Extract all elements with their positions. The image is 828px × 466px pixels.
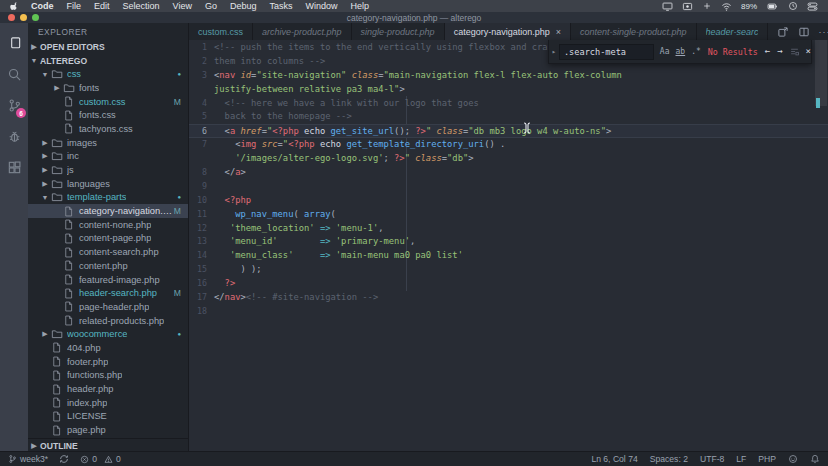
tree-item-related-products-php[interactable]: related-products.php: [28, 314, 188, 328]
close-find-button[interactable]: ×: [806, 47, 811, 56]
activity-search-icon[interactable]: [0, 59, 28, 90]
code-line-14[interactable]: 14 'menu_class' => 'main-menu ma0 pa0 li…: [189, 249, 828, 263]
find-in-selection-button[interactable]: [790, 47, 799, 56]
git-branch-item[interactable]: week3*: [8, 454, 48, 464]
code-line-9[interactable]: 9: [189, 180, 828, 194]
activity-debug-icon[interactable]: [0, 121, 28, 152]
smiley-icon[interactable]: [788, 454, 798, 464]
status-utf-8[interactable]: UTF-8: [700, 454, 724, 464]
tree-item-functions-php[interactable]: functions.php: [28, 369, 188, 383]
code-line-6[interactable]: 6 <a href="<?php echo get_site_url(); ?>…: [189, 124, 828, 138]
root-folder-section[interactable]: ▼ ALTEREGO: [28, 54, 188, 68]
tree-item-index-php[interactable]: index.php: [28, 396, 188, 410]
tree-item-license[interactable]: LICENSE: [28, 410, 188, 424]
tree-item-page-php[interactable]: page.php: [28, 423, 188, 437]
tree-item-header-php[interactable]: header.php: [28, 382, 188, 396]
tree-item-footer-php[interactable]: footer.php: [28, 355, 188, 369]
find-input[interactable]: .search-meta: [559, 44, 654, 60]
outline-section[interactable]: ▶ OUTLINE: [28, 438, 188, 452]
tree-item-inc[interactable]: ▶inc: [28, 150, 188, 164]
display-icon[interactable]: [662, 1, 673, 12]
status-php[interactable]: PHP: [758, 454, 776, 464]
tab-content-single-product-php[interactable]: content-single-product.php: [571, 23, 697, 40]
tree-item-404-php[interactable]: 404.php: [28, 341, 188, 355]
code-line-12[interactable]: 12 'theme_location' => 'menu-1',: [189, 222, 828, 236]
menu-item-view[interactable]: View: [173, 1, 192, 11]
tree-item-header-search-php[interactable]: header-search.phpM: [28, 286, 188, 300]
wifi-icon[interactable]: [721, 1, 732, 12]
more-actions-icon[interactable]: ···: [819, 27, 828, 37]
tree-item-content-php[interactable]: content.php: [28, 259, 188, 273]
status-lf[interactable]: LF: [736, 454, 746, 464]
menu-item-edit[interactable]: Edit: [94, 1, 110, 11]
open-changes-icon[interactable]: [777, 26, 789, 38]
code-line-10[interactable]: 10 <?php: [189, 194, 828, 208]
activity-extensions-icon[interactable]: [0, 152, 28, 183]
tab-custom-css[interactable]: custom.css: [189, 23, 253, 40]
code-line-11[interactable]: 11 wp_nav_menu( array(: [189, 208, 828, 222]
tree-item-fonts[interactable]: ▶fonts: [28, 81, 188, 95]
tree-item-page-header-php[interactable]: page-header.php: [28, 300, 188, 314]
menu-item-selection[interactable]: Selection: [123, 1, 160, 11]
sync-changes-item[interactable]: [59, 454, 69, 464]
menu-item-help[interactable]: Help: [351, 1, 370, 11]
code-line-wrap[interactable]: '/images/alter-ego-logo.svg'; ?>" class=…: [189, 152, 828, 166]
clock-icon[interactable]: [788, 1, 798, 11]
code-line-17[interactable]: 17</nav><!-- #site-navigation -->: [189, 291, 828, 305]
zoom-window-button[interactable]: [32, 14, 39, 21]
tree-item-languages[interactable]: ▶languages: [28, 177, 188, 191]
close-tab-icon[interactable]: ×: [556, 27, 561, 37]
code-line-7[interactable]: 7 <img src="<?php echo get_template_dire…: [189, 138, 828, 152]
previous-match-button[interactable]: ←: [765, 47, 770, 56]
match-case-toggle[interactable]: Aa: [660, 47, 670, 56]
code-line-wrap[interactable]: justify-between relative pa3 ma4-l">: [189, 83, 828, 97]
screen-mirroring-icon[interactable]: [682, 1, 693, 12]
tree-item-images[interactable]: ▶images: [28, 136, 188, 150]
tree-item-content-page-php[interactable]: content-page.php: [28, 232, 188, 246]
menu-item-code[interactable]: Code: [31, 1, 54, 11]
tree-item-custom-css[interactable]: custom.cssM: [28, 95, 188, 109]
code-line-3[interactable]: 3<nav id="site-navigation" class="main-n…: [189, 69, 828, 83]
split-editor-icon[interactable]: [798, 26, 810, 38]
tree-item-js[interactable]: ▶js: [28, 163, 188, 177]
menu-item-debug[interactable]: Debug: [230, 1, 257, 11]
battery-icon[interactable]: [766, 1, 779, 12]
code-line-16[interactable]: 16 ?>: [189, 277, 828, 291]
tree-item-content-none-php[interactable]: content-none.php: [28, 218, 188, 232]
tab-header-search-php[interactable]: header-search.php: [697, 23, 768, 40]
minimize-window-button[interactable]: [20, 14, 27, 21]
code-line-4[interactable]: 4 <!-- here we have a link with our logo…: [189, 97, 828, 111]
problems-item[interactable]: 0 0: [80, 454, 121, 464]
tree-item-content-search-php[interactable]: content-search.php: [28, 245, 188, 259]
control-center-icon[interactable]: [807, 1, 818, 12]
close-window-button[interactable]: [8, 14, 15, 21]
tab-archive-product-php[interactable]: archive-product.php: [253, 23, 352, 40]
tree-item-woocommerce[interactable]: ▶woocommerce●: [28, 327, 188, 341]
menu-item-window[interactable]: Window: [305, 1, 337, 11]
code-line-18[interactable]: 18: [189, 305, 828, 319]
status-ln-6-col-74[interactable]: Ln 6, Col 74: [591, 454, 637, 464]
apple-menu-icon[interactable]: [10, 1, 19, 11]
tree-item-featured-image-php[interactable]: featured-image.php: [28, 273, 188, 287]
regex-toggle[interactable]: .*: [691, 47, 701, 56]
tree-item-tachyons-css[interactable]: tachyons.css: [28, 122, 188, 136]
activity-source-control-icon[interactable]: 6: [0, 90, 28, 121]
plus-icon[interactable]: [702, 1, 712, 11]
editor-scrollbar[interactable]: [815, 40, 827, 106]
menu-item-go[interactable]: Go: [205, 1, 217, 11]
code-line-15[interactable]: 15 ) );: [189, 263, 828, 277]
code-line-5[interactable]: 5 back to the homepage -->: [189, 110, 828, 124]
bell-icon[interactable]: [810, 454, 820, 464]
toggle-replace-chevron[interactable]: ▸: [549, 40, 559, 63]
menu-item-tasks[interactable]: Tasks: [269, 1, 292, 11]
next-match-button[interactable]: →: [777, 47, 782, 56]
tab-category-navigation-php[interactable]: category-navigation.php×: [445, 23, 571, 40]
tree-item-css[interactable]: ▼css●: [28, 67, 188, 81]
tab-single-product-php[interactable]: single-product.php: [352, 23, 445, 40]
whole-word-toggle[interactable]: ab: [676, 47, 686, 56]
code-editor[interactable]: 1<!-- push the items to the end vertical…: [189, 40, 828, 452]
code-line-13[interactable]: 13 'menu_id' => 'primary-menu',: [189, 235, 828, 249]
tree-item-template-parts[interactable]: ▼template-parts●: [28, 191, 188, 205]
menu-item-file[interactable]: File: [67, 1, 82, 11]
tree-item-category-navigation-php[interactable]: category-navigation.phpM: [28, 204, 188, 218]
